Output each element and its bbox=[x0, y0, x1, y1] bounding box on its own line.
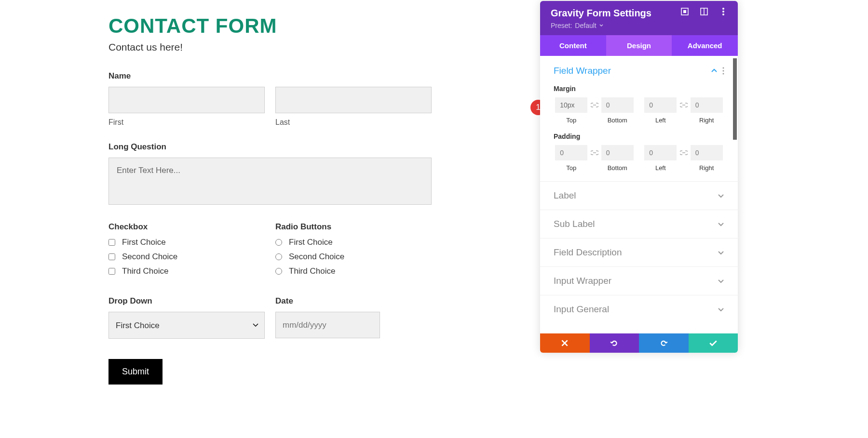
margin-left-input[interactable] bbox=[644, 97, 677, 113]
svg-point-4 bbox=[722, 8, 724, 10]
layout-icon[interactable] bbox=[700, 8, 708, 15]
long-question-label: Long Question bbox=[108, 142, 432, 152]
margin-bottom-input[interactable] bbox=[601, 97, 634, 113]
chevron-down-icon bbox=[718, 306, 724, 313]
accordion-input-general: Input General bbox=[540, 295, 738, 323]
accordion-title: Field Wrapper bbox=[554, 66, 611, 76]
svg-rect-1 bbox=[683, 10, 686, 13]
tab-design[interactable]: Design bbox=[606, 35, 672, 56]
padding-top-input[interactable] bbox=[555, 145, 587, 160]
more-icon[interactable] bbox=[722, 67, 724, 75]
checkbox-input[interactable] bbox=[108, 268, 115, 275]
long-question-input[interactable] bbox=[108, 158, 432, 205]
check-icon bbox=[709, 339, 718, 347]
padding-bottom-input[interactable] bbox=[601, 145, 634, 160]
accordion-field-description: Field Description bbox=[540, 239, 738, 267]
chevron-up-icon bbox=[711, 67, 718, 74]
checkbox-option[interactable]: Second Choice bbox=[108, 252, 265, 262]
svg-point-8 bbox=[723, 70, 724, 72]
checkbox-option[interactable]: First Choice bbox=[108, 238, 265, 247]
chevron-down-icon bbox=[599, 24, 603, 27]
checkbox-option[interactable]: Third Choice bbox=[108, 266, 265, 276]
radio-option[interactable]: Third Choice bbox=[275, 266, 432, 276]
margin-right-input[interactable] bbox=[691, 97, 723, 113]
checkbox-input[interactable] bbox=[108, 239, 115, 246]
more-icon[interactable] bbox=[719, 8, 727, 15]
chevron-down-icon bbox=[718, 249, 724, 256]
link-icon[interactable] bbox=[589, 145, 600, 160]
link-icon[interactable] bbox=[678, 97, 689, 113]
redo-button[interactable] bbox=[639, 333, 689, 353]
close-icon bbox=[560, 339, 569, 347]
panel-body[interactable]: Field Wrapper Margin Top bbox=[540, 56, 738, 333]
radio-label: Radio Buttons bbox=[275, 222, 432, 232]
form-title: CONTACT FORM bbox=[108, 14, 432, 38]
margin-top-input[interactable] bbox=[555, 97, 587, 113]
last-sublabel: Last bbox=[275, 118, 432, 127]
radio-input[interactable] bbox=[275, 239, 282, 246]
preset-selector[interactable]: Preset: Default bbox=[551, 22, 651, 29]
name-field-block: Name First Last bbox=[108, 71, 432, 127]
padding-left-input[interactable] bbox=[644, 145, 677, 160]
accordion-input-wrapper: Input Wrapper bbox=[540, 267, 738, 295]
accordion-header-sub-label[interactable]: Sub Label bbox=[554, 219, 724, 229]
checkbox-label: Checkbox bbox=[108, 222, 265, 232]
accordion-sub-label: Sub Label bbox=[540, 210, 738, 239]
form-subtitle: Contact us here! bbox=[108, 41, 432, 53]
radio-input[interactable] bbox=[275, 253, 282, 260]
expand-icon[interactable] bbox=[681, 8, 689, 15]
accordion-header-input-wrapper[interactable]: Input Wrapper bbox=[554, 276, 724, 286]
last-name-input[interactable] bbox=[275, 87, 432, 113]
checkbox-input[interactable] bbox=[108, 253, 115, 260]
link-icon[interactable] bbox=[589, 97, 600, 113]
panel-title: Gravity Form Settings bbox=[551, 8, 651, 19]
panel-header: Gravity Form Settings Preset: Default bbox=[540, 1, 738, 35]
settings-panel: Gravity Form Settings Preset: Default Co… bbox=[540, 1, 738, 353]
date-input[interactable] bbox=[275, 312, 380, 338]
date-block: Date bbox=[275, 296, 432, 339]
first-name-input[interactable] bbox=[108, 87, 265, 113]
dropdown-block: Drop Down First Choice bbox=[108, 296, 265, 339]
chevron-down-icon bbox=[718, 221, 724, 227]
radio-option[interactable]: Second Choice bbox=[275, 252, 432, 262]
save-button[interactable] bbox=[689, 333, 738, 353]
link-icon[interactable] bbox=[678, 145, 689, 160]
chevron-down-icon bbox=[718, 192, 724, 199]
accordion-header-label[interactable]: Label bbox=[554, 190, 724, 201]
padding-right-input[interactable] bbox=[691, 145, 723, 160]
panel-tabs: Content Design Advanced bbox=[540, 35, 738, 56]
svg-point-5 bbox=[722, 11, 724, 13]
dropdown-input[interactable]: First Choice bbox=[108, 312, 265, 339]
tab-advanced[interactable]: Advanced bbox=[672, 35, 738, 56]
dropdown-label: Drop Down bbox=[108, 296, 265, 306]
radio-input[interactable] bbox=[275, 268, 282, 275]
submit-button[interactable]: Submit bbox=[108, 359, 163, 385]
date-label: Date bbox=[275, 296, 432, 306]
radio-option[interactable]: First Choice bbox=[275, 238, 432, 247]
contact-form-container: CONTACT FORM Contact us here! Name First… bbox=[0, 0, 540, 385]
accordion-header-field-wrapper[interactable]: Field Wrapper bbox=[554, 66, 724, 76]
accordion-header-input-general[interactable]: Input General bbox=[554, 304, 724, 315]
checkbox-block: Checkbox First Choice Second Choice Thir… bbox=[108, 222, 265, 281]
undo-icon bbox=[610, 339, 619, 347]
first-sublabel: First bbox=[108, 118, 265, 127]
accordion-field-wrapper: Field Wrapper Margin Top bbox=[540, 56, 738, 182]
redo-icon bbox=[659, 339, 668, 347]
cancel-button[interactable] bbox=[540, 333, 590, 353]
accordion-label: Label bbox=[540, 182, 738, 210]
svg-point-6 bbox=[722, 13, 724, 15]
margin-label: Margin bbox=[554, 85, 724, 93]
name-label: Name bbox=[108, 71, 432, 81]
padding-label: Padding bbox=[554, 133, 724, 140]
undo-button[interactable] bbox=[590, 333, 639, 353]
chevron-down-icon bbox=[718, 278, 724, 284]
panel-footer bbox=[540, 333, 738, 353]
scrollbar-thumb[interactable] bbox=[733, 58, 737, 140]
radio-block: Radio Buttons First Choice Second Choice… bbox=[275, 222, 432, 281]
svg-point-7 bbox=[723, 67, 724, 69]
svg-point-9 bbox=[723, 73, 724, 75]
long-question-block: Long Question bbox=[108, 142, 432, 207]
accordion-header-field-description[interactable]: Field Description bbox=[554, 247, 724, 258]
tab-content[interactable]: Content bbox=[540, 35, 606, 56]
